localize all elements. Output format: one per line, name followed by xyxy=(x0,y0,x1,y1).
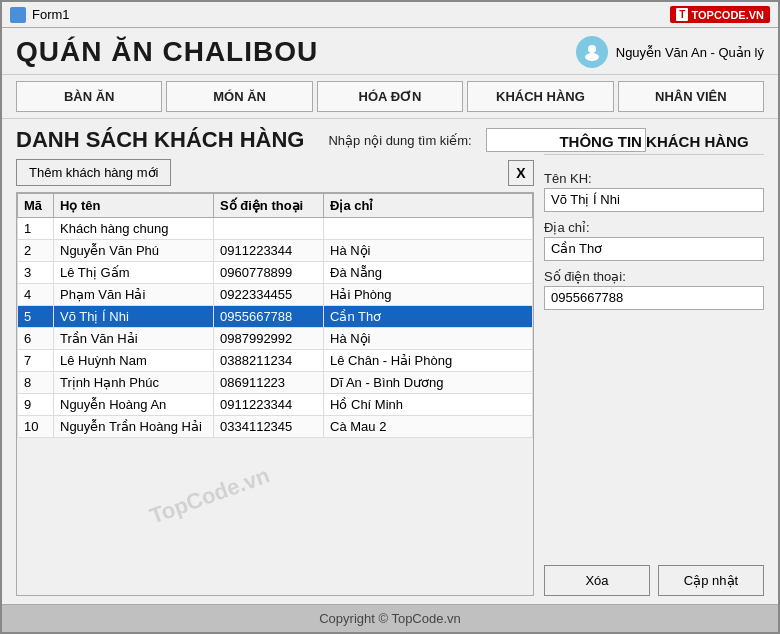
customer-table: Mã Họ tên Số điện thoại Địa chỉ 1 Khách … xyxy=(17,193,533,438)
cell-ho-ten: Nguyễn Trần Hoàng Hải xyxy=(54,416,214,438)
svg-point-1 xyxy=(585,53,599,61)
cell-dia-chi: Cần Thơ xyxy=(324,306,533,328)
col-header-sdt: Số điện thoại xyxy=(214,194,324,218)
cell-dia-chi: Hà Nội xyxy=(324,328,533,350)
cell-ho-ten: Lê Thị Gấm xyxy=(54,262,214,284)
cell-dia-chi xyxy=(324,218,533,240)
content-area: DANH SÁCH KHÁCH HÀNG Nhập nội dung tìm k… xyxy=(2,119,778,604)
user-avatar xyxy=(576,36,608,68)
table-row[interactable]: 8 Trịnh Hạnh Phúc 086911223 Dĩ An - Bình… xyxy=(18,372,533,394)
window-title: Form1 xyxy=(32,7,70,22)
cell-ma: 6 xyxy=(18,328,54,350)
nav-hoa-don[interactable]: HÓA ĐƠN xyxy=(317,81,463,112)
col-header-ma: Mã xyxy=(18,194,54,218)
app-title: QUÁN ĂN CHALIBOU xyxy=(16,36,318,68)
cell-ma: 7 xyxy=(18,350,54,372)
cell-sdt: 0911223344 xyxy=(214,394,324,416)
customer-table-wrapper: TopCode.vn Mã Họ tên Số điện thoại Địa c… xyxy=(16,192,534,596)
label-sdt: Số điện thoại: xyxy=(544,269,764,284)
header: QUÁN ĂN CHALIBOU Nguyễn Văn An - Quản lý xyxy=(2,28,778,75)
field-group: Tên KH: Võ Thị Í Nhi Địa chỉ: Cần Thơ Số… xyxy=(544,171,764,310)
user-info: Nguyễn Văn An - Quản lý xyxy=(576,36,764,68)
cell-sdt: 086911223 xyxy=(214,372,324,394)
col-header-dc: Địa chỉ xyxy=(324,194,533,218)
update-button[interactable]: Cập nhật xyxy=(658,565,764,596)
cell-dia-chi: Đà Nẵng xyxy=(324,262,533,284)
cell-dia-chi: Hải Phòng xyxy=(324,284,533,306)
right-panel: THÔNG TIN KHÁCH HÀNG Tên KH: Võ Thị Í Nh… xyxy=(544,127,764,596)
cell-sdt: 0922334455 xyxy=(214,284,324,306)
cell-sdt xyxy=(214,218,324,240)
cell-ma: 3 xyxy=(18,262,54,284)
table-row[interactable]: 10 Nguyễn Trần Hoàng Hải 0334112345 Cà M… xyxy=(18,416,533,438)
value-dia-chi[interactable]: Cần Thơ xyxy=(544,237,764,261)
table-row[interactable]: 4 Phạm Văn Hải 0922334455 Hải Phòng xyxy=(18,284,533,306)
nav-khach-hang[interactable]: KHÁCH HÀNG xyxy=(467,81,613,112)
cell-dia-chi: Hồ Chí Minh xyxy=(324,394,533,416)
nav-bar: BÀN ĂN MÓN ĂN HÓA ĐƠN KHÁCH HÀNG NHÂN VI… xyxy=(2,75,778,119)
cell-ma: 10 xyxy=(18,416,54,438)
table-row[interactable]: 1 Khách hàng chung xyxy=(18,218,533,240)
toolbar: Thêm khách hàng mới X xyxy=(16,159,534,186)
svg-point-0 xyxy=(588,45,596,53)
table-row[interactable]: 3 Lê Thị Gấm 0960778899 Đà Nẵng xyxy=(18,262,533,284)
cell-ma: 5 xyxy=(18,306,54,328)
action-buttons: Xóa Cập nhật xyxy=(544,559,764,596)
cell-sdt: 0388211234 xyxy=(214,350,324,372)
nav-nhan-vien[interactable]: NHÂN VIÊN xyxy=(618,81,764,112)
cell-dia-chi: Cà Mau 2 xyxy=(324,416,533,438)
close-button[interactable]: X xyxy=(508,160,534,186)
cell-sdt: 0955667788 xyxy=(214,306,324,328)
field-row-sdt: Số điện thoại: 0955667788 xyxy=(544,269,764,310)
cell-ho-ten: Phạm Văn Hải xyxy=(54,284,214,306)
table-row[interactable]: 5 Võ Thị Í Nhi 0955667788 Cần Thơ xyxy=(18,306,533,328)
cell-ma: 2 xyxy=(18,240,54,262)
add-customer-button[interactable]: Thêm khách hàng mới xyxy=(16,159,171,186)
nav-ban-an[interactable]: BÀN ĂN xyxy=(16,81,162,112)
detail-panel-title: THÔNG TIN KHÁCH HÀNG xyxy=(544,127,764,155)
cell-sdt: 0960778899 xyxy=(214,262,324,284)
value-ten-kh[interactable]: Võ Thị Í Nhi xyxy=(544,188,764,212)
cell-ho-ten: Lê Huỳnh Nam xyxy=(54,350,214,372)
nav-mon-an[interactable]: MÓN ĂN xyxy=(166,81,312,112)
cell-ho-ten: Võ Thị Í Nhi xyxy=(54,306,214,328)
cell-dia-chi: Dĩ An - Bình Dương xyxy=(324,372,533,394)
logo-text: TOPCODE.VN xyxy=(691,9,764,21)
label-dia-chi: Địa chỉ: xyxy=(544,220,764,235)
field-row-diachi: Địa chỉ: Cần Thơ xyxy=(544,220,764,261)
field-row-ten: Tên KH: Võ Thị Í Nhi xyxy=(544,171,764,212)
label-ten-kh: Tên KH: xyxy=(544,171,764,186)
cell-sdt: 0911223344 xyxy=(214,240,324,262)
value-sdt[interactable]: 0955667788 xyxy=(544,286,764,310)
user-name: Nguyễn Văn An - Quản lý xyxy=(616,45,764,60)
col-header-ho: Họ tên xyxy=(54,194,214,218)
logo-box: T TOPCODE.VN xyxy=(670,6,770,23)
cell-ho-ten: Nguyễn Văn Phú xyxy=(54,240,214,262)
cell-ho-ten: Khách hàng chung xyxy=(54,218,214,240)
cell-dia-chi: Lê Chân - Hải Phòng xyxy=(324,350,533,372)
cell-ho-ten: Trần Văn Hải xyxy=(54,328,214,350)
cell-ho-ten: Trịnh Hạnh Phúc xyxy=(54,372,214,394)
cell-ma: 9 xyxy=(18,394,54,416)
cell-ma: 1 xyxy=(18,218,54,240)
cell-ma: 4 xyxy=(18,284,54,306)
left-panel: DANH SÁCH KHÁCH HÀNG Nhập nội dung tìm k… xyxy=(16,127,534,596)
title-bar: Form1 T TOPCODE.VN xyxy=(2,2,778,28)
table-row[interactable]: 6 Trần Văn Hải 0987992992 Hà Nội xyxy=(18,328,533,350)
section-header: DANH SÁCH KHÁCH HÀNG Nhập nội dung tìm k… xyxy=(16,127,534,153)
section-title: DANH SÁCH KHÁCH HÀNG xyxy=(16,127,304,153)
footer-text: Copyright © TopCode.vn xyxy=(319,611,461,626)
footer: Copyright © TopCode.vn xyxy=(2,604,778,632)
cell-dia-chi: Hà Nội xyxy=(324,240,533,262)
cell-sdt: 0987992992 xyxy=(214,328,324,350)
table-row[interactable]: 9 Nguyễn Hoàng An 0911223344 Hồ Chí Minh xyxy=(18,394,533,416)
search-label: Nhập nội dung tìm kiếm: xyxy=(328,133,471,148)
watermark: TopCode.vn xyxy=(146,462,273,529)
delete-button[interactable]: Xóa xyxy=(544,565,650,596)
main-window: Form1 T TOPCODE.VN QUÁN ĂN CHALIBOU Nguy… xyxy=(0,0,780,634)
table-row[interactable]: 7 Lê Huỳnh Nam 0388211234 Lê Chân - Hải … xyxy=(18,350,533,372)
table-row[interactable]: 2 Nguyễn Văn Phú 0911223344 Hà Nội xyxy=(18,240,533,262)
cell-ma: 8 xyxy=(18,372,54,394)
window-icon xyxy=(10,7,26,23)
cell-ho-ten: Nguyễn Hoàng An xyxy=(54,394,214,416)
